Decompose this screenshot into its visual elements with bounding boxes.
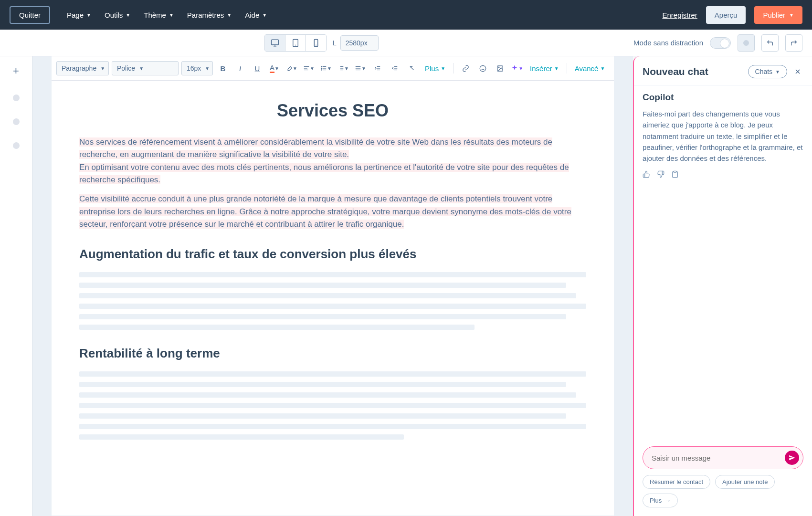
add-note-chip[interactable]: Ajouter une note	[715, 475, 775, 489]
advanced-button[interactable]: Avancé▼	[572, 63, 608, 74]
italic-button[interactable]: I	[233, 61, 247, 75]
emoji-icon	[479, 65, 486, 72]
svg-rect-0	[272, 40, 279, 45]
placeholder-line	[79, 304, 586, 309]
outline-dot[interactable]	[13, 142, 20, 149]
placeholder-line	[79, 403, 586, 408]
more-chip[interactable]: Plus →	[643, 494, 678, 507]
paragraph[interactable]: Nos services de référencement visent à a…	[79, 136, 586, 186]
align-button[interactable]: ▼	[302, 61, 316, 75]
insert-button[interactable]: Insérer▼	[527, 63, 562, 74]
nav-label: Page	[67, 11, 84, 19]
summarize-chip[interactable]: Résumer le contact	[643, 475, 710, 489]
nav-label: Thème	[144, 11, 166, 19]
send-button[interactable]	[785, 451, 799, 465]
nav-item-help[interactable]: Aide▼	[245, 11, 267, 19]
close-chat-button[interactable]	[792, 66, 803, 77]
publish-button[interactable]: Publier▼	[754, 6, 802, 24]
outline-dot[interactable]	[13, 95, 20, 101]
nav-item-settings[interactable]: Paramètres▼	[187, 11, 232, 19]
ordered-list-icon	[337, 65, 344, 72]
more-formatting-button[interactable]: Plus▼	[422, 63, 448, 74]
thumbs-up-button[interactable]	[643, 170, 650, 178]
document-title[interactable]: Services SEO	[79, 101, 586, 121]
outdent-button[interactable]	[388, 61, 402, 75]
bold-icon: B	[221, 64, 226, 73]
undo-icon	[766, 39, 774, 47]
text-color-button[interactable]: A▼	[267, 61, 282, 75]
record-button[interactable]	[738, 34, 755, 52]
clear-format-button[interactable]	[405, 61, 419, 75]
sparkle-icon	[511, 64, 518, 72]
nav-item-page[interactable]: Page▼	[67, 11, 91, 19]
device-mobile-button[interactable]	[306, 35, 326, 51]
nav-item-theme[interactable]: Thème▼	[144, 11, 174, 19]
paragraph-style-dropdown[interactable]: Paragraphe▼	[56, 61, 109, 75]
thumbs-down-icon	[657, 170, 664, 178]
nav-item-tools[interactable]: Outils▼	[105, 11, 130, 19]
chat-message-input[interactable]	[652, 454, 785, 462]
device-tablet-button[interactable]	[285, 35, 306, 51]
svg-point-15	[321, 68, 322, 68]
chevron-down-icon: ▼	[139, 66, 144, 71]
copy-button[interactable]	[671, 170, 679, 178]
chevron-down-icon: ▼	[344, 66, 349, 71]
chevron-down-icon: ▼	[169, 12, 174, 18]
dropdown-label: 16px	[187, 64, 201, 72]
line-height-button[interactable]: ▼	[353, 61, 368, 75]
placeholder-line	[79, 314, 566, 319]
align-left-icon	[303, 65, 310, 72]
indent-icon	[374, 65, 381, 72]
ordered-list-button[interactable]: ▼	[336, 61, 350, 75]
highlight-icon	[286, 65, 293, 72]
chevron-down-icon: ▼	[775, 69, 780, 74]
chevron-down-icon: ▼	[600, 66, 605, 71]
heading-2[interactable]: Rentabilité à long terme	[79, 346, 586, 361]
preview-button[interactable]: Aperçu	[706, 6, 746, 24]
quit-button[interactable]: Quitter	[10, 6, 50, 24]
chat-header: Nouveau chat Chats▼	[634, 56, 812, 85]
chevron-down-icon: ▼	[361, 66, 366, 71]
underline-button[interactable]: U	[250, 61, 264, 75]
add-block-button[interactable]: +	[13, 65, 19, 77]
svg-point-29	[480, 65, 486, 72]
chat-suggestions: Résumer le contact Ajouter une note Plus…	[643, 475, 803, 507]
breakpoint-label: L	[332, 39, 336, 47]
font-dropdown[interactable]: Police▼	[112, 61, 179, 75]
paragraph[interactable]: Cette visibilité accrue conduit à une pl…	[79, 193, 586, 231]
undo-button[interactable]	[761, 34, 779, 52]
placeholder-line	[79, 283, 566, 288]
font-size-dropdown[interactable]: 16px▼	[181, 61, 213, 75]
distraction-free-toggle[interactable]	[710, 37, 731, 49]
heading-2[interactable]: Augmentation du trafic et taux de conver…	[79, 247, 586, 262]
device-switcher	[264, 34, 327, 52]
device-desktop-button[interactable]	[265, 35, 285, 51]
chevron-down-icon: ▼	[518, 66, 523, 71]
separator	[567, 63, 567, 74]
chevron-down-icon: ▼	[789, 12, 794, 18]
chevron-down-icon: ▼	[293, 66, 297, 71]
outline-dot[interactable]	[13, 118, 20, 125]
bold-button[interactable]: B	[216, 61, 230, 75]
redo-button[interactable]	[785, 34, 802, 52]
link-button[interactable]	[458, 61, 473, 75]
width-input[interactable]	[340, 35, 379, 51]
highlighted-text: Nos services de référencement visent à a…	[79, 137, 552, 159]
emoji-button[interactable]	[475, 61, 490, 75]
thumbs-down-button[interactable]	[657, 170, 664, 178]
highlight-button[interactable]: ▼	[285, 61, 299, 75]
publish-label: Publier	[763, 11, 785, 19]
chats-dropdown[interactable]: Chats▼	[748, 65, 787, 78]
dropdown-label: Paragraphe	[62, 64, 96, 72]
indent-button[interactable]	[370, 61, 385, 75]
image-icon	[496, 65, 504, 72]
ai-button[interactable]: ▼	[510, 61, 524, 75]
document-canvas[interactable]: Services SEO Nos services de référenceme…	[52, 81, 614, 516]
editor-pane: Paragraphe▼ Police▼ 16px▼ B I U A▼ ▼ ▼ ▼…	[32, 56, 633, 516]
placeholder-line	[79, 293, 576, 298]
text-color-icon: A	[270, 63, 274, 73]
save-link[interactable]: Enregistrer	[663, 11, 697, 19]
chevron-down-icon: ▼	[262, 12, 267, 18]
image-button[interactable]	[493, 61, 507, 75]
bullet-list-button[interactable]: ▼	[319, 61, 333, 75]
